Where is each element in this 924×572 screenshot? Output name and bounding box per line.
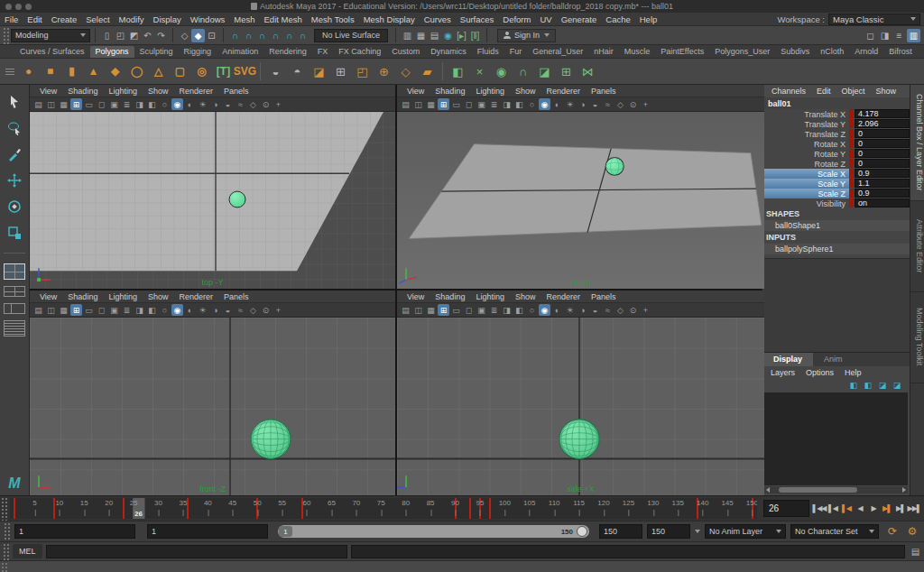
shelf-tab[interactable]: Animation [217,46,263,58]
film-gate-icon[interactable]: ▭ [450,304,462,316]
target-weld-icon[interactable]: ◉ [492,62,511,81]
resolution-gate-icon[interactable]: ◻ [463,98,475,110]
polygon-type-icon[interactable]: [T] [214,62,233,81]
channel-value-field[interactable]: on [855,198,910,208]
textured-icon[interactable]: ◐ [551,98,563,110]
textured-icon[interactable]: ◐ [184,304,196,316]
safe-title-icon[interactable]: ◧ [513,98,525,110]
polygon-cube-icon[interactable]: ■ [41,62,60,81]
panel-menu-item[interactable]: Shading [430,87,469,96]
select-hierarchy-icon[interactable]: ◇ [178,29,191,42]
channel-label[interactable]: Visibility [762,198,849,208]
gate-mask-icon[interactable]: ▣ [108,98,120,110]
snap-to-grid-icon[interactable]: ∩ [228,29,242,42]
auto-keyframe-icon[interactable]: ⟳ [885,525,900,539]
channel-label[interactable]: Translate X [762,109,849,119]
panel-menu-item[interactable]: Renderer [541,87,585,96]
channel-label[interactable]: Scale Y [762,179,849,189]
channel-box-menu-item[interactable]: Edit [813,87,835,96]
menu-item[interactable]: Display [149,14,186,24]
playback-start-field[interactable]: 1 [147,524,268,539]
motion-blur-icon[interactable]: ≈ [235,304,246,316]
motion-blur-icon[interactable]: ≈ [602,98,614,110]
ambient-occlusion-icon[interactable]: ◒ [589,98,601,110]
channel-value-field[interactable]: 0 [855,149,910,158]
shelf-menu-icon[interactable] [5,61,14,81]
new-layer-selected-icon[interactable]: ◧ [863,380,873,391]
viewport-canvas-front[interactable]: front -Z [30,318,395,495]
motion-blur-icon[interactable]: ≈ [602,304,614,316]
layout-preset-button[interactable] [4,286,25,297]
panel-menu-item[interactable]: View [402,292,429,301]
animation-preferences-icon[interactable]: ⚙ [905,525,919,539]
shelf-tab[interactable]: nHair [588,46,619,58]
field-chart-icon[interactable]: ≣ [488,98,500,110]
panel-menu-item[interactable]: Shading [63,292,102,301]
textured-icon[interactable]: ◐ [184,98,196,110]
panel-menu-item[interactable]: Lighting [104,87,142,96]
layer-options-icon[interactable]: ◪ [892,380,902,391]
xray-icon[interactable]: ◇ [614,98,626,110]
ambient-occlusion-icon[interactable]: ◒ [222,98,234,110]
channel-row[interactable]: Translate Z 0 [762,129,910,139]
new-empty-layer-icon[interactable]: ◧ [848,380,859,391]
menu-item[interactable]: Edit Mesh [260,14,307,24]
channel-box-menu-item[interactable]: Channels [768,87,809,96]
snap-to-point-icon[interactable]: ∩ [255,29,269,42]
camera-select-icon[interactable]: ▤ [32,98,44,110]
go-to-start-button[interactable]: ▌◀◀ [813,502,826,516]
channel-row[interactable]: Scale X 0.9 [762,169,910,179]
shelf-tab[interactable]: Polygons [90,46,134,58]
lights-icon[interactable]: ☀ [564,304,576,316]
fill-hole-icon[interactable]: ⊞ [331,62,350,81]
paint-select-tool-button[interactable] [5,144,24,164]
render-sequence-icon[interactable]: [▸] [455,29,468,42]
channel-value-field[interactable]: 2.096 [855,119,910,128]
multi-cut-icon[interactable]: ◰ [353,62,372,81]
input-node[interactable]: ballpolySphere1 [762,244,910,254]
shaded-icon[interactable]: ◉ [539,98,550,110]
shelf-tab[interactable]: Muscle [619,46,656,58]
channel-row[interactable]: Translate Y 2.096 [762,119,910,129]
channel-label[interactable]: Rotate Z [762,159,849,169]
grid-toggle-icon[interactable]: ⊞ [438,98,449,110]
channel-box-menu-item[interactable]: Object [838,87,869,96]
sculpt-icon[interactable]: ◇ [396,62,415,81]
polygon-helix-icon[interactable]: ◎ [192,62,211,81]
step-forward-key-button[interactable]: ▶▌ [894,502,907,516]
range-slider-track[interactable]: 1 150 [278,525,589,538]
render-settings-icon[interactable]: ▤ [428,29,441,42]
quadrangulate-icon[interactable]: ▰ [418,62,437,81]
character-set-select[interactable]: No Character Set [790,524,879,539]
ambient-occlusion-icon[interactable]: ◒ [589,304,601,316]
channel-row[interactable]: Rotate Y 0 [762,149,910,159]
gate-mask-icon[interactable]: ▣ [476,304,487,316]
xray-icon[interactable]: ◇ [247,98,259,110]
single-pane-toggle-icon[interactable]: ◻ [864,29,877,42]
shelf-tab[interactable]: Curves / Surfaces [14,46,90,58]
channel-value-field[interactable]: 0 [855,159,910,168]
layout-two-pane-button[interactable] [4,303,25,314]
select-tool-button[interactable] [5,92,24,112]
shelf-tab[interactable]: Subdivs [775,46,815,58]
save-scene-icon[interactable]: ◩ [127,29,141,42]
command-language-toggle[interactable]: MEL [13,544,42,558]
shelf-tab[interactable]: Rigging [179,46,217,58]
xray-icon[interactable]: ◇ [247,304,259,316]
gamma-icon[interactable]: + [273,304,284,316]
shadows-icon[interactable]: ◑ [209,304,221,316]
channel-label[interactable]: Scale Z [762,189,849,198]
sidebar-tab[interactable]: Attribute Editor [910,201,924,292]
shaded-icon[interactable]: ◉ [539,304,550,316]
drag-handle[interactable] [2,26,9,44]
command-input[interactable] [46,545,347,558]
film-gate-icon[interactable]: ▭ [450,98,462,110]
safe-action-icon[interactable]: ◨ [501,98,513,110]
camera-attributes-icon[interactable]: ▦ [425,304,437,316]
current-frame-field[interactable]: 26 [763,500,809,517]
panel-menu-item[interactable]: View [35,292,61,301]
shelf-tab[interactable]: FX [312,46,334,58]
panel-menu-item[interactable]: Lighting [104,292,142,301]
exposure-icon[interactable]: ⊙ [260,98,272,110]
outliner-toggle-button[interactable] [4,320,25,337]
